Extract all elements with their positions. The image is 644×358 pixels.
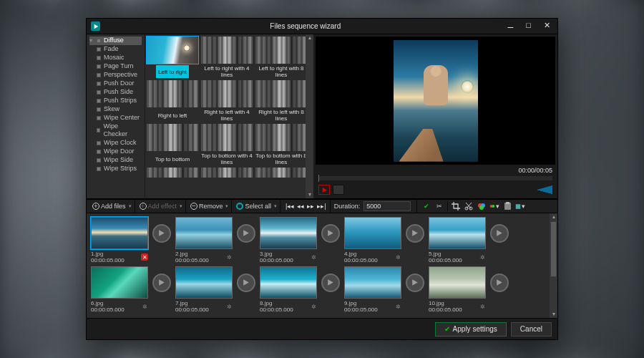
tree-item[interactable]: Push Side [89, 88, 142, 97]
clip-settings-icon[interactable]: ✲ [141, 303, 148, 310]
transition-slot[interactable] [151, 217, 172, 249]
tree-item[interactable]: Push Strips [89, 97, 142, 105]
transition-thumb [255, 80, 307, 107]
tree-item[interactable]: Wipe Side [89, 156, 142, 165]
tree-item[interactable]: Skew [89, 105, 142, 114]
clip-settings-icon[interactable]: ✲ [225, 303, 233, 310]
clip-item[interactable]: 5.jpg 00:00:05.000 ✲ [429, 217, 486, 263]
tree-item[interactable]: Wipe Clock [89, 139, 142, 147]
add-effect-button[interactable]: +Add effect▾ [137, 200, 186, 213]
split-icon[interactable]: ✂ [434, 201, 444, 211]
crop-icon[interactable] [451, 201, 461, 211]
clip-settings-icon[interactable]: ✲ [310, 303, 317, 310]
settings-dropdown-icon[interactable]: ▾ [515, 201, 525, 211]
close-button[interactable]: ✕ [541, 20, 553, 33]
clip-item[interactable]: 9.jpg 00:00:05.000 ✲ [344, 266, 401, 313]
tree-item[interactable]: Page Turn [89, 62, 142, 71]
transition-slot[interactable] [235, 217, 257, 249]
tree-item[interactable]: Perspective [89, 71, 142, 79]
tree-item[interactable]: Wipe Center [89, 114, 142, 122]
preview-time: 00:00/00:05 [316, 165, 555, 175]
transition-slot[interactable] [320, 266, 341, 299]
clip-settings-icon[interactable]: ✲ [479, 253, 486, 261]
cancel-button[interactable]: Cancel [511, 322, 552, 337]
tree-item[interactable]: ▾Diffuse [89, 37, 142, 45]
chevron-icon: ▾ [89, 37, 94, 44]
transition-label: Right to left [158, 109, 187, 122]
folder-icon [97, 158, 101, 163]
transition-preset[interactable]: Right to left [147, 80, 198, 122]
transition-slot[interactable] [404, 266, 426, 299]
preview-seekbar[interactable] [318, 176, 552, 180]
folder-icon [97, 90, 101, 95]
clip-duration: 00:00:05.000 [344, 306, 378, 313]
transition-preset[interactable]: Left to right with 8 lines [255, 37, 307, 78]
clip-toolbar: +Add files▾ +Add effect▾ −Remove▾ Select… [87, 199, 557, 213]
tree-item[interactable]: Fade [89, 45, 142, 54]
paste-icon[interactable] [502, 201, 512, 211]
transition-preset[interactable]: Top to bottom with 8 lines [255, 124, 307, 165]
clip-settings-icon[interactable]: ✲ [394, 303, 401, 310]
cut-icon[interactable] [464, 201, 474, 211]
clip-item[interactable]: 6.jpg 00:00:05.000 ✲ [91, 266, 148, 313]
nav-prev-icon[interactable]: ◂◂ [297, 203, 304, 210]
clip-item[interactable]: 10.jpg 00:00:05.000 ✲ [429, 266, 486, 313]
add-files-button[interactable]: +Add files▾ [89, 200, 135, 213]
nav-first-icon[interactable]: |◂◂ [286, 203, 294, 210]
transition-slot[interactable] [489, 266, 510, 299]
minimize-button[interactable]: – [505, 20, 517, 33]
transition-slot[interactable] [489, 217, 510, 249]
volume-wedge[interactable] [521, 185, 552, 194]
transition-preset[interactable]: Left to right with 4 lines [201, 37, 253, 78]
transition-preset[interactable]: Right to left with 4 lines [201, 80, 253, 122]
confirm-icon[interactable]: ✔ [421, 201, 431, 211]
strip-scrollbar[interactable]: ▴ ▾ [550, 213, 557, 318]
transition-label: Top to bottom with 8 lines [255, 153, 307, 165]
transition-thumb [255, 37, 307, 64]
tree-item-label: Perspective [104, 71, 137, 79]
apply-settings-button[interactable]: ✔Apply settings [435, 322, 507, 337]
clip-thumb [429, 217, 486, 249]
clip-item[interactable]: 1.jpg 00:00:05.000 ✕ [91, 217, 148, 263]
tree-item[interactable]: Push Door [89, 79, 142, 88]
presets-scrollbar[interactable]: ▴ ▾ [306, 34, 313, 198]
transition-category-tree[interactable]: ▾DiffuseFadeMosaicPage TurnPerspectivePu… [87, 34, 145, 198]
color-icon[interactable] [477, 201, 487, 211]
clip-settings-icon[interactable]: ✲ [394, 253, 401, 261]
stop-button[interactable] [333, 185, 344, 195]
clip-settings-icon[interactable]: ✲ [225, 253, 233, 261]
remove-button[interactable]: −Remove▾ [187, 200, 233, 213]
clip-item[interactable]: 4.jpg 00:00:05.000 ✲ [344, 217, 401, 263]
duration-input[interactable] [364, 201, 411, 211]
nav-last-icon[interactable]: ▸▸| [317, 203, 326, 210]
tree-item[interactable]: Mosaic [89, 54, 142, 62]
tree-item[interactable]: Wipe Door [89, 147, 142, 156]
transition-preset[interactable]: Left to right [147, 37, 198, 78]
clip-settings-icon[interactable]: ✲ [310, 253, 317, 261]
transition-preset[interactable]: Top to bottom with 4 lines [201, 124, 253, 165]
transition-preset[interactable]: Top to bottom [147, 124, 198, 165]
tree-item[interactable]: Wipe Checker [89, 122, 142, 139]
select-all-button[interactable]: Select all▾ [233, 200, 280, 213]
transition-slot[interactable] [320, 217, 341, 249]
clip-item[interactable]: 3.jpg 00:00:05.000 ✲ [260, 217, 317, 263]
transition-label: Left to right with 8 lines [255, 65, 307, 78]
clip-item[interactable]: 2.jpg 00:00:05.000 ✲ [175, 217, 233, 263]
transition-slot[interactable] [151, 266, 172, 299]
clip-duration: 00:00:05.000 [260, 257, 293, 263]
group-icon[interactable]: ▾ [489, 201, 499, 211]
clip-duration: 00:00:05.000 [260, 306, 293, 313]
transition-label: Right to left with 8 lines [255, 109, 307, 122]
clip-duration: 00:00:05.000 [91, 257, 125, 263]
transition-preset[interactable]: Right to left with 8 lines [255, 80, 307, 122]
transition-slot[interactable] [235, 266, 257, 299]
play-button[interactable] [318, 185, 330, 195]
clip-settings-icon[interactable]: ✲ [479, 303, 486, 310]
tree-item[interactable]: Wipe Strips [89, 165, 142, 173]
clip-item[interactable]: 8.jpg 00:00:05.000 ✲ [260, 266, 317, 313]
clip-item[interactable]: 7.jpg 00:00:05.000 ✲ [175, 266, 233, 313]
transition-slot[interactable] [404, 217, 426, 249]
nav-next-icon[interactable]: ▸▸ [307, 203, 314, 210]
remove-clip-icon[interactable]: ✕ [141, 253, 148, 261]
maximize-button[interactable]: □ [523, 20, 534, 33]
